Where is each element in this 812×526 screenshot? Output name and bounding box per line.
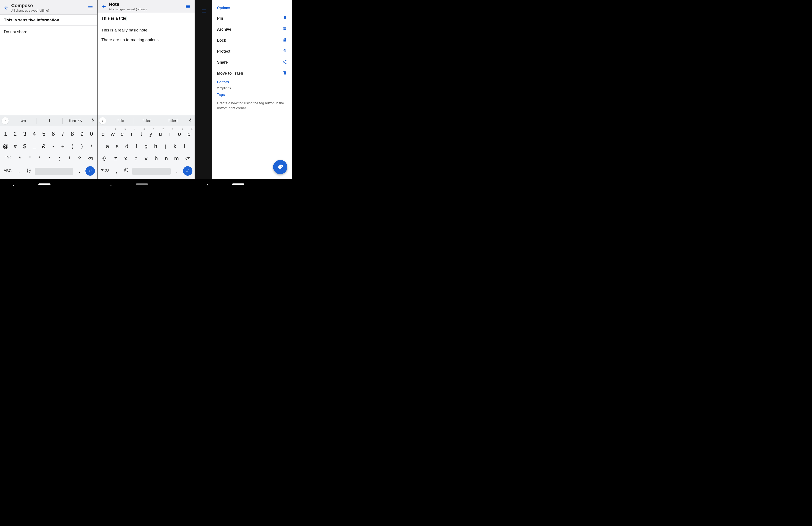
suggestion[interactable]: titles bbox=[134, 118, 160, 123]
nav-home[interactable] bbox=[136, 183, 148, 185]
key-space[interactable] bbox=[132, 168, 171, 175]
nav-back[interactable]: ‹ bbox=[207, 182, 208, 187]
mic-button[interactable] bbox=[186, 118, 194, 123]
key-enter[interactable] bbox=[183, 166, 192, 176]
back-button[interactable] bbox=[3, 4, 10, 12]
key-backspace[interactable] bbox=[182, 153, 194, 164]
nav-home[interactable] bbox=[39, 183, 50, 185]
key[interactable]: n bbox=[161, 153, 172, 164]
key[interactable]: 3 bbox=[20, 129, 29, 139]
key[interactable]: r4 bbox=[127, 129, 136, 139]
suggestion[interactable]: we bbox=[10, 118, 36, 123]
suggestion[interactable]: thanks bbox=[62, 118, 88, 123]
key[interactable]: q1 bbox=[98, 129, 108, 139]
key[interactable]: o9 bbox=[175, 129, 184, 139]
back-button[interactable] bbox=[100, 3, 107, 10]
key[interactable]: f bbox=[132, 141, 141, 152]
key-dot[interactable]: . bbox=[172, 165, 182, 176]
key-comma[interactable]: , bbox=[14, 165, 24, 176]
key[interactable]: h bbox=[151, 141, 160, 152]
key[interactable]: 5 bbox=[39, 129, 48, 139]
option-trash[interactable]: Move to Trash bbox=[217, 68, 287, 79]
key-symswitch[interactable]: =\< bbox=[1, 153, 15, 164]
key[interactable]: 8 bbox=[68, 129, 77, 139]
key[interactable]: * bbox=[15, 153, 25, 164]
key-dot[interactable]: . bbox=[74, 165, 84, 176]
key[interactable]: 0 bbox=[87, 129, 96, 139]
nav-down[interactable]: ⌄ bbox=[12, 182, 15, 187]
key[interactable]: w2 bbox=[108, 129, 117, 139]
key[interactable]: ) bbox=[77, 141, 87, 152]
key[interactable]: v bbox=[141, 153, 151, 164]
key[interactable]: $ bbox=[20, 141, 29, 152]
key[interactable]: _ bbox=[30, 141, 39, 152]
suggestion[interactable]: I bbox=[37, 118, 62, 123]
note-title[interactable]: This is a title bbox=[98, 13, 194, 24]
key-shift[interactable] bbox=[98, 153, 111, 164]
key-sym[interactable]: ?123 bbox=[98, 166, 112, 175]
key[interactable]: 2 bbox=[10, 129, 20, 139]
key[interactable]: ; bbox=[55, 153, 64, 164]
option-pin[interactable]: Pin bbox=[217, 13, 287, 24]
expand-suggestions[interactable]: › bbox=[2, 117, 9, 124]
key[interactable]: 6 bbox=[48, 129, 58, 139]
key[interactable]: y6 bbox=[146, 129, 156, 139]
key[interactable]: u7 bbox=[156, 129, 165, 139]
key[interactable]: s bbox=[112, 141, 122, 152]
key[interactable]: ( bbox=[68, 141, 77, 152]
key-space[interactable] bbox=[35, 168, 73, 175]
suggestion[interactable]: titled bbox=[160, 118, 186, 123]
editors-subtitle[interactable]: 2 Options bbox=[217, 86, 287, 90]
key[interactable]: - bbox=[48, 141, 58, 152]
key[interactable]: & bbox=[39, 141, 48, 152]
key-enter[interactable] bbox=[85, 166, 95, 176]
note-body[interactable]: Do not share! bbox=[0, 26, 97, 115]
option-share[interactable]: Share bbox=[217, 57, 287, 68]
suggestion[interactable]: title bbox=[108, 118, 134, 123]
menu-button[interactable] bbox=[184, 3, 191, 10]
key[interactable]: # bbox=[10, 141, 20, 152]
key[interactable]: k bbox=[170, 141, 180, 152]
menu-button[interactable] bbox=[87, 4, 94, 12]
key[interactable]: 9 bbox=[77, 129, 87, 139]
key[interactable]: 1 bbox=[1, 129, 10, 139]
key[interactable]: x bbox=[120, 153, 131, 164]
key[interactable]: d bbox=[122, 141, 132, 152]
key[interactable]: p0 bbox=[184, 129, 194, 139]
key[interactable]: + bbox=[58, 141, 68, 152]
key[interactable]: c bbox=[131, 153, 141, 164]
key[interactable]: t5 bbox=[136, 129, 146, 139]
key[interactable]: e3 bbox=[117, 129, 127, 139]
expand-suggestions[interactable]: › bbox=[99, 117, 106, 124]
key[interactable]: b bbox=[151, 153, 161, 164]
key[interactable]: m bbox=[172, 153, 182, 164]
note-title[interactable]: This is sensitive information bbox=[0, 15, 97, 26]
option-protect[interactable]: Protect bbox=[217, 46, 287, 57]
key-backspace[interactable] bbox=[84, 153, 96, 164]
key[interactable]: ! bbox=[64, 153, 74, 164]
mic-button[interactable] bbox=[88, 118, 97, 123]
key[interactable]: ? bbox=[74, 153, 84, 164]
key-numeric[interactable]: 1 23 4 bbox=[24, 166, 34, 176]
key[interactable]: " bbox=[25, 153, 35, 164]
key-emoji[interactable] bbox=[121, 165, 131, 176]
key[interactable]: 4 bbox=[30, 129, 39, 139]
option-archive[interactable]: Archive bbox=[217, 24, 287, 35]
key[interactable]: 7 bbox=[58, 129, 68, 139]
key[interactable]: g bbox=[141, 141, 151, 152]
key[interactable]: l bbox=[180, 141, 189, 152]
nav-home[interactable] bbox=[232, 183, 244, 185]
key[interactable]: : bbox=[45, 153, 55, 164]
key[interactable]: a bbox=[103, 141, 112, 152]
key[interactable]: z bbox=[111, 153, 120, 164]
key-abc[interactable]: ABC bbox=[1, 166, 14, 175]
note-body[interactable]: This is a really basic note There are no… bbox=[98, 24, 194, 115]
fab-tag[interactable] bbox=[273, 160, 287, 174]
key[interactable]: j bbox=[160, 141, 170, 152]
key[interactable]: / bbox=[87, 141, 96, 152]
key-comma[interactable]: , bbox=[112, 165, 121, 176]
option-lock[interactable]: Lock bbox=[217, 35, 287, 46]
nav-down[interactable]: ⌄ bbox=[109, 182, 113, 187]
key[interactable]: i8 bbox=[165, 129, 175, 139]
key[interactable]: @ bbox=[1, 141, 10, 152]
